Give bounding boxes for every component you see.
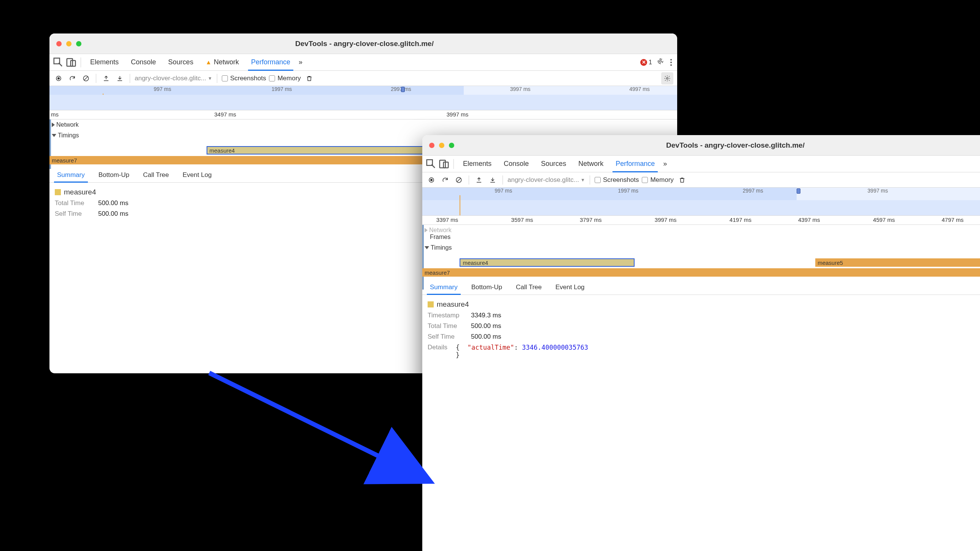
detail-tab-summary[interactable]: Summary — [425, 280, 463, 295]
download-profile-icon[interactable] — [115, 73, 125, 84]
json-key: "actualTime" — [468, 344, 514, 351]
more-tabs-chevron-icon[interactable]: » — [297, 58, 304, 66]
tab-elements[interactable]: Elements — [85, 54, 124, 70]
svg-line-16 — [209, 373, 418, 476]
summary-key: Total Time — [428, 322, 466, 330]
network-track-header[interactable]: Network — [49, 119, 677, 130]
overview-handle-left[interactable] — [797, 188, 800, 194]
collapse-icon — [425, 246, 429, 249]
ruler-tick: 4797 ms — [942, 217, 964, 223]
timeline-overview[interactable]: 997 ms 1997 ms 2997 ms 3997 ms 4997 ms — [49, 86, 677, 110]
reload-record-button[interactable] — [440, 175, 450, 185]
screenshots-label: Screenshots — [230, 75, 266, 82]
ruler-tick: 4197 ms — [730, 217, 752, 223]
profile-url-label: angry-clover-close.glitc... — [508, 176, 579, 184]
capture-settings-gear-icon[interactable] — [661, 72, 673, 84]
settings-gear-icon[interactable] — [654, 57, 667, 67]
summary-name-value: measure4 — [64, 188, 96, 196]
memory-checkbox[interactable]: Memory — [642, 176, 673, 184]
detail-tabstrip: Summary Bottom-Up Call Tree Event Log — [422, 280, 980, 295]
detail-tab-summary[interactable]: Summary — [52, 167, 90, 182]
svg-point-7 — [667, 77, 668, 79]
window-minimize-button[interactable] — [66, 41, 72, 46]
tab-network[interactable]: Network — [573, 156, 609, 172]
screenshots-checkbox[interactable]: Screenshots — [595, 176, 639, 184]
profile-url-dropdown[interactable]: angry-clover-close.glitc... ▼ — [135, 75, 212, 82]
inspect-icon[interactable] — [425, 158, 437, 170]
download-profile-icon[interactable] — [487, 175, 498, 185]
svg-point-5 — [57, 77, 60, 80]
collect-garbage-icon[interactable] — [304, 73, 315, 84]
timing-bar-measure7[interactable]: measure7 — [422, 268, 980, 277]
memory-checkbox[interactable]: Memory — [269, 75, 301, 82]
reload-record-button[interactable] — [67, 73, 78, 84]
window-title: DevTools - angry-clover-close.glitch.me/ — [86, 40, 643, 48]
detail-tab-call-tree[interactable]: Call Tree — [138, 167, 174, 182]
detail-tab-event-log[interactable]: Event Log — [177, 167, 217, 182]
summary-value: 500.00 ms — [98, 199, 128, 207]
clear-button[interactable] — [453, 175, 464, 185]
error-count-button[interactable]: ✕ 1 — [640, 59, 653, 66]
tab-performance[interactable]: Performance — [246, 54, 296, 70]
ruler-unit: ms — [51, 111, 59, 118]
timing-bar-label: measure7 — [52, 157, 77, 164]
timing-bar-measure4[interactable]: measure4 — [460, 258, 634, 267]
divider — [469, 175, 469, 185]
screenshots-checkbox[interactable]: Screenshots — [222, 75, 266, 82]
checkbox-icon — [222, 75, 228, 81]
timings-track[interactable]: measure4 measure5 measure7 — [422, 253, 980, 280]
tab-console[interactable]: Console — [126, 54, 161, 70]
ruler-tick: 3997 ms — [655, 217, 677, 223]
performance-toolbar: angry-clover-close.glitc... ▼ Screenshot… — [49, 71, 677, 86]
window-close-button[interactable] — [56, 41, 62, 46]
timings-track-header[interactable]: Timings — [422, 242, 980, 253]
titlebar: DevTools - angry-clover-close.glitch.me/ — [49, 33, 677, 54]
window-close-button[interactable] — [429, 143, 434, 148]
timeline-overview[interactable]: 997 ms 1997 ms 2997 ms 3997 ms 4997 ms C… — [422, 188, 980, 216]
tab-console[interactable]: Console — [498, 156, 534, 172]
overview-tick: 1997 ms — [618, 188, 638, 194]
profile-url-dropdown[interactable]: angry-clover-close.glitc... ▼ — [508, 176, 585, 184]
window-title: DevTools - angry-clover-close.glitch.me/ — [459, 141, 980, 150]
tab-sources[interactable]: Sources — [536, 156, 571, 172]
overview-tick: 3997 ms — [867, 188, 888, 194]
ruler-tick: 4597 ms — [873, 217, 895, 223]
collect-garbage-icon[interactable] — [677, 175, 687, 185]
timing-bar-measure5[interactable]: measure5 — [815, 258, 980, 267]
clear-button[interactable] — [81, 73, 91, 84]
inspect-icon[interactable] — [52, 57, 64, 68]
flamechart-ruler[interactable]: ms 3497 ms 3997 ms — [49, 110, 677, 119]
titlebar: DevTools - angry-clover-close.glitch.me/ — [422, 135, 980, 156]
detail-tab-bottom-up[interactable]: Bottom-Up — [466, 280, 508, 295]
record-button[interactable] — [53, 73, 64, 84]
tab-elements[interactable]: Elements — [458, 156, 497, 172]
svg-rect-1 — [67, 59, 73, 66]
window-zoom-button[interactable] — [76, 41, 81, 46]
overview-handle[interactable] — [401, 87, 405, 92]
flamechart-ruler[interactable]: 3397 ms 3597 ms 3797 ms 3997 ms 4197 ms … — [422, 216, 980, 225]
network-track-header[interactable]: Network — [422, 225, 980, 236]
tab-network[interactable]: ▲ Network — [200, 54, 244, 70]
more-tabs-chevron-icon[interactable]: » — [662, 160, 668, 168]
device-toolbar-icon[interactable] — [438, 158, 450, 170]
svg-point-13 — [430, 179, 433, 181]
detail-tab-event-log[interactable]: Event Log — [550, 280, 590, 295]
tab-performance[interactable]: Performance — [610, 156, 660, 172]
device-toolbar-icon[interactable] — [65, 57, 77, 68]
ruler-tick: 3497 ms — [214, 111, 236, 118]
network-track-label: Network — [429, 227, 452, 234]
detail-tab-bottom-up[interactable]: Bottom-Up — [93, 167, 135, 182]
upload-profile-icon[interactable] — [101, 73, 111, 84]
overflow-menu-icon[interactable] — [668, 59, 674, 66]
timing-bar-measure4[interactable]: measure4 — [207, 146, 458, 154]
upload-profile-icon[interactable] — [474, 175, 484, 185]
overview-tick: 997 ms — [154, 86, 171, 92]
window-zoom-button[interactable] — [449, 143, 454, 148]
detail-tab-call-tree[interactable]: Call Tree — [511, 280, 547, 295]
window-minimize-button[interactable] — [439, 143, 444, 148]
summary-details-row: Details { "actualTime": 3346.40000003576… — [428, 344, 980, 359]
summary-row: Self Time 500.00 ms — [428, 333, 980, 341]
tab-sources[interactable]: Sources — [163, 54, 199, 70]
timings-track-label: Timings — [431, 244, 452, 251]
record-button[interactable] — [426, 175, 437, 185]
